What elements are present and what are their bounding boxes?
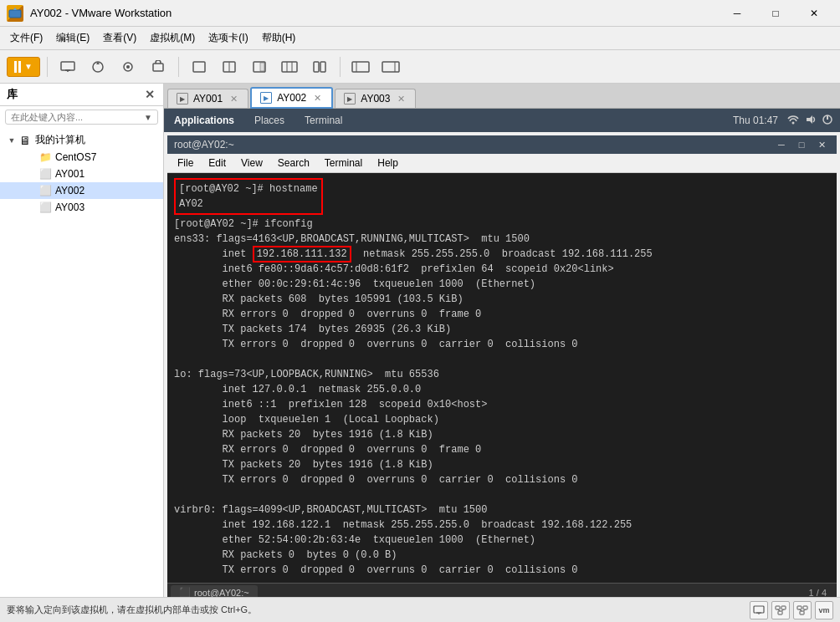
toolbar-btn-view1[interactable]: [216, 54, 243, 80]
sidebar-close-button[interactable]: ✕: [143, 88, 156, 101]
toolbar-btn-extra2[interactable]: [377, 54, 404, 80]
svg-rect-36: [800, 611, 804, 614]
menu-help[interactable]: 帮助(H): [255, 28, 303, 48]
terminal-tab-1[interactable]: ⬛ root@AY02:~: [171, 585, 258, 597]
status-icon-vmware[interactable]: vm: [815, 601, 833, 619]
status-icon-monitor[interactable]: [750, 601, 768, 619]
tab-close-ay002[interactable]: ✕: [311, 92, 323, 104]
tree-label-centos7: CentOS7: [55, 151, 96, 163]
tab-ay002[interactable]: ▶ AY002 ✕: [250, 87, 333, 109]
tab-label-ay003: AY003: [361, 93, 390, 105]
tree-label-ay001: AY001: [55, 168, 85, 180]
terminal-line-5: inet6 fe80::9da6:4c57:d0d8:61f2 prefixle…: [174, 262, 830, 277]
toolbar-btn-share[interactable]: [145, 54, 172, 80]
tree-item-centos7[interactable]: 📁 CentOS7: [0, 149, 163, 166]
terminal-line-25: TX errors 0 dropped 0 overruns 0 carrier…: [174, 563, 830, 578]
tree-item-ay002[interactable]: ⬜ AY002: [0, 182, 163, 199]
terminal-menu-view[interactable]: View: [234, 156, 269, 171]
tree-label-ay002: AY002: [55, 185, 85, 196]
app-menu-icons: [786, 114, 833, 128]
toolbar-btn-refresh[interactable]: [85, 54, 111, 80]
app-menu-terminal[interactable]: Terminal: [301, 111, 346, 130]
pause-icon: [14, 61, 21, 73]
vm-tabs: ▶ AY001 ✕ ▶ AY002 ✕ ▶ AY003 ✕: [164, 84, 840, 109]
terminal-menu-file[interactable]: File: [171, 156, 200, 171]
terminal-close-button[interactable]: ✕: [813, 138, 830, 151]
toolbar-btn-extra1[interactable]: [347, 54, 374, 80]
terminal-menu-terminal[interactable]: Terminal: [318, 156, 369, 171]
terminal-line-6: ether 00:0c:29:61:4c:96 txqueuelen 1000 …: [174, 277, 830, 292]
app-menu-right: Thu 01:47: [733, 114, 833, 128]
tree-toggle-ay003: [27, 202, 37, 212]
terminal-title-bar: root@AY02:~ ─ □ ✕: [167, 135, 837, 154]
sidebar-search-box[interactable]: ▼: [5, 110, 158, 125]
terminal-menu-help[interactable]: Help: [371, 156, 405, 171]
restore-button[interactable]: □: [756, 0, 795, 27]
terminal-maximize-button[interactable]: □: [793, 138, 810, 151]
menu-bar: 文件(F) 编辑(E) 查看(V) 虚拟机(M) 选项卡(I) 帮助(H): [0, 27, 840, 50]
menu-vm[interactable]: 虚拟机(M): [143, 28, 202, 48]
pause-button[interactable]: ▼: [7, 57, 40, 77]
menu-view[interactable]: 查看(V): [96, 28, 143, 48]
terminal-tab-label: root@AY02:~: [194, 588, 249, 598]
tab-close-ay003[interactable]: ✕: [395, 93, 407, 105]
tab-ay001[interactable]: ▶ AY001 ✕: [167, 89, 248, 108]
terminal-line-20: [174, 487, 830, 502]
terminal-menu: File Edit View Search Terminal Help: [167, 154, 837, 173]
status-icons: vm: [750, 601, 833, 619]
main-layout: 库 ✕ ▼ ▼ 🖥 我的计算机 📁 CentOS7 ⬜ AY001: [0, 84, 840, 597]
tree-item-ay003[interactable]: ⬜ AY003: [0, 199, 163, 216]
tree-item-ay001[interactable]: ⬜ AY001: [0, 166, 163, 182]
terminal-line-0: [root@AY02 ~]# hostname: [179, 181, 318, 196]
tree-toggle-computer[interactable]: ▼: [7, 135, 17, 145]
app-menu-applications[interactable]: Applications: [171, 111, 238, 130]
tab-icon-ay002: ▶: [260, 92, 272, 104]
app-icon: [7, 5, 23, 22]
tab-icon-ay001: ▶: [177, 93, 188, 105]
toolbar: ▼: [0, 50, 840, 84]
terminal-line-18: TX packets 20 bytes 1916 (1.8 KiB): [174, 457, 830, 472]
volume-icon[interactable]: [805, 114, 817, 128]
svg-rect-13: [282, 62, 297, 72]
terminal-line-13: inet 127.0.0.1 netmask 255.0.0.0: [174, 382, 830, 397]
terminal-line-16: RX packets 20 bytes 1916 (1.8 KiB): [174, 427, 830, 442]
pause-dropdown[interactable]: ▼: [24, 62, 33, 71]
svg-marker-1: [13, 8, 17, 10]
toolbar-btn-screen[interactable]: [54, 54, 81, 80]
sidebar-search-dropdown[interactable]: ▼: [144, 113, 152, 122]
svg-rect-31: [778, 611, 782, 614]
power-icon[interactable]: [822, 114, 833, 128]
tab-close-ay001[interactable]: ✕: [228, 93, 239, 105]
terminal-menu-edit[interactable]: Edit: [202, 156, 233, 171]
terminal-line-24: RX packets 0 bytes 0 (0.0 B): [174, 548, 830, 563]
sidebar-search-input[interactable]: [11, 112, 144, 122]
toolbar-btn-snapshot[interactable]: [115, 54, 141, 80]
toolbar-btn-view3[interactable]: [276, 54, 303, 80]
tab-ay003[interactable]: ▶ AY003 ✕: [335, 89, 416, 108]
terminal-menu-search[interactable]: Search: [271, 156, 316, 171]
window-controls: ─ □ ✕: [718, 0, 833, 27]
tree-my-computer[interactable]: ▼ 🖥 我的计算机: [0, 131, 163, 149]
svg-rect-12: [260, 63, 264, 71]
toolbar-btn-layout[interactable]: [306, 54, 333, 80]
toolbar-btn-full[interactable]: [186, 54, 213, 80]
close-button[interactable]: ✕: [795, 0, 833, 27]
minimize-button[interactable]: ─: [718, 0, 756, 27]
terminal-content: [root@AY02 ~]# hostname AY02 [root@AY02 …: [174, 178, 830, 578]
app-menu-places[interactable]: Places: [251, 111, 288, 130]
terminal-controls: ─ □ ✕: [773, 138, 830, 151]
svg-rect-7: [153, 64, 163, 71]
terminal-body[interactable]: [root@AY02 ~]# hostname AY02 [root@AY02 …: [167, 173, 837, 583]
menu-edit[interactable]: 编辑(E): [49, 28, 96, 48]
menu-tab[interactable]: 选项卡(I): [202, 28, 254, 48]
svg-rect-26: [754, 606, 764, 613]
status-icon-network1[interactable]: [771, 601, 790, 619]
toolbar-btn-view2[interactable]: [246, 54, 273, 80]
terminal-line-1: AY02: [179, 196, 318, 212]
terminal-line-2: [root@AY02 ~]# ifconfig: [174, 217, 830, 232]
menu-file[interactable]: 文件(F): [3, 28, 49, 48]
terminal-minimize-button[interactable]: ─: [773, 138, 790, 151]
terminal-line-10: TX errors 0 dropped 0 overruns 0 carrier…: [174, 337, 830, 352]
network-icon[interactable]: [786, 115, 800, 127]
status-icon-network2[interactable]: [793, 601, 812, 619]
